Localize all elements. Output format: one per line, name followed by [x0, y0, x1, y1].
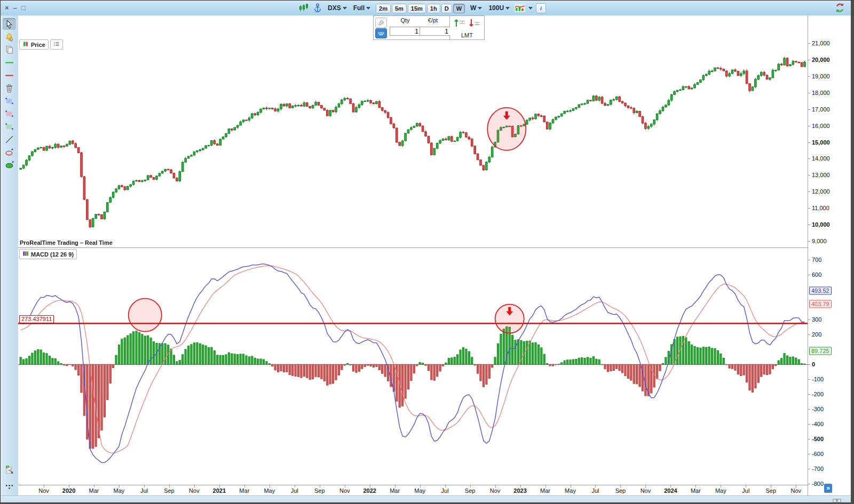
chart-canvas[interactable]	[18, 15, 808, 485]
list-icon	[53, 41, 60, 48]
timeframe-dropdown[interactable]: W	[469, 3, 484, 13]
time-axis-tick	[370, 485, 370, 487]
axis-tick-mark	[808, 439, 810, 439]
trash-icon[interactable]	[3, 82, 15, 94]
axis-tick-label: 700	[812, 257, 821, 263]
time-axis-tick	[771, 485, 771, 487]
close-button[interactable]: ×	[5, 3, 9, 13]
drawing-toolbar: 1	[1, 15, 19, 495]
tf-button-15m[interactable]: 15m	[408, 4, 426, 13]
time-axis-label: Jul	[441, 487, 449, 494]
axis-tick-label: -400	[812, 421, 824, 427]
time-axis-tick	[721, 485, 721, 487]
time-axis-tick	[796, 485, 796, 487]
time-axis-label: Sep	[765, 487, 776, 494]
time-axis-tick	[645, 485, 646, 487]
tf-button-1h[interactable]: 1h	[427, 4, 440, 13]
anchor-icon[interactable]	[312, 3, 323, 13]
axis-tick-mark	[808, 208, 810, 209]
price-legend: Price	[19, 39, 63, 50]
alert-icon[interactable]	[3, 31, 15, 43]
axis-tick-mark	[808, 241, 810, 242]
chart-style-icon[interactable]	[515, 3, 525, 13]
buy-limit-arrow-icon[interactable]	[453, 18, 466, 28]
zone-green-icon[interactable]	[3, 121, 15, 132]
time-axis-tick	[69, 485, 69, 487]
axis-tick-label: 18,000	[812, 90, 830, 96]
time-axis-label: Mar	[89, 487, 99, 494]
time-axis-tick	[445, 485, 446, 487]
maximize-button[interactable]: □	[21, 3, 26, 13]
threshold-line-label[interactable]: 273.437911	[19, 315, 54, 323]
hline-red-icon[interactable]	[3, 69, 15, 81]
keyboard-icon[interactable]	[375, 28, 387, 38]
tf-button-2m[interactable]: 2m	[376, 4, 391, 13]
tf-button-5m[interactable]: 5m	[392, 4, 407, 13]
more-icon[interactable]	[3, 481, 15, 492]
refresh-icon[interactable]	[834, 2, 845, 13]
macd-legend-chip[interactable]: MACD (12 26 9)	[19, 249, 77, 259]
time-axis-label: 2023	[513, 487, 526, 494]
time-axis[interactable]: Nov2020MarMayJulSepNov2021MarMayJulSepNo…	[18, 485, 808, 496]
platform-watermark: ProRealTime Trading – Real Time	[20, 239, 113, 246]
copy-icon[interactable]	[3, 44, 15, 55]
symbol-label: DXS	[328, 4, 341, 12]
sell-limit-arrow-icon[interactable]	[468, 18, 481, 28]
time-axis-tick	[219, 485, 220, 487]
order-panel: Qty €/pt LMT	[373, 15, 485, 40]
trendline-icon[interactable]	[3, 133, 15, 145]
axis-tick-mark	[808, 142, 810, 143]
symbol-dropdown[interactable]: DXS	[326, 3, 349, 13]
axis-tick-mark	[808, 409, 810, 410]
time-axis-label: Mar	[390, 487, 400, 494]
ellipse-red-icon[interactable]	[3, 146, 15, 158]
time-axis-tick	[395, 485, 396, 487]
indicator-config-icon[interactable]: 1	[3, 463, 15, 475]
pointer-icon[interactable]	[3, 18, 15, 30]
chevron-down-icon	[505, 7, 510, 10]
zone-red-icon[interactable]	[3, 108, 15, 119]
ellipse-green-icon[interactable]	[3, 159, 15, 171]
axis-tick-label: 0	[812, 361, 815, 367]
range-dropdown[interactable]: Full	[352, 3, 372, 13]
axis-tick-label: -200	[812, 391, 824, 397]
macd-value-badge: 403.79	[809, 300, 832, 308]
time-axis-label: Sep	[465, 487, 476, 494]
zone-blue-icon[interactable]	[3, 95, 15, 107]
time-axis-tick	[746, 485, 746, 487]
units-dropdown[interactable]: 100U	[487, 3, 511, 13]
wrench-icon[interactable]	[375, 18, 387, 28]
qty-input[interactable]	[390, 27, 421, 36]
time-axis-tick	[244, 485, 245, 487]
axis-tick-label: 21,000	[812, 40, 830, 46]
minimize-button[interactable]: –	[13, 3, 17, 13]
time-axis-label: May	[264, 487, 275, 494]
axis-tick-label: -700	[812, 466, 824, 472]
info-button[interactable]: i	[536, 3, 546, 13]
time-axis-label: Nov	[189, 487, 200, 494]
axis-tick-mark	[808, 126, 810, 126]
hline-green-icon[interactable]	[3, 57, 15, 68]
axis-tick-mark	[808, 175, 810, 175]
axis-tick-mark	[808, 275, 810, 275]
price-candles-icon	[22, 41, 29, 48]
tf-button-D[interactable]: D	[441, 4, 452, 13]
scroll-forward-button[interactable]: »	[824, 484, 832, 493]
axis-tick-mark	[808, 454, 810, 454]
range-label: Full	[353, 4, 365, 12]
price-axis[interactable]: 21,00020,00019,00018,00017,00016,00015,0…	[808, 15, 851, 495]
time-axis-tick	[320, 485, 320, 487]
time-axis-tick	[670, 485, 671, 487]
price-legend-chip[interactable]: Price	[19, 39, 49, 50]
time-axis-label: Sep	[615, 487, 626, 494]
axis-tick-label: 11,000	[812, 205, 829, 211]
chevron-down-icon[interactable]	[528, 7, 533, 10]
tf-button-W[interactable]: W	[453, 4, 465, 13]
dock-panel-icon[interactable]	[833, 497, 841, 503]
candlestick-chart-icon[interactable]	[298, 3, 309, 13]
price-list-button[interactable]	[50, 39, 63, 50]
chevron-down-icon	[478, 7, 482, 10]
axis-tick-mark	[808, 334, 810, 335]
bottom-strip	[1, 495, 851, 504]
per-point-input[interactable]	[420, 27, 450, 36]
